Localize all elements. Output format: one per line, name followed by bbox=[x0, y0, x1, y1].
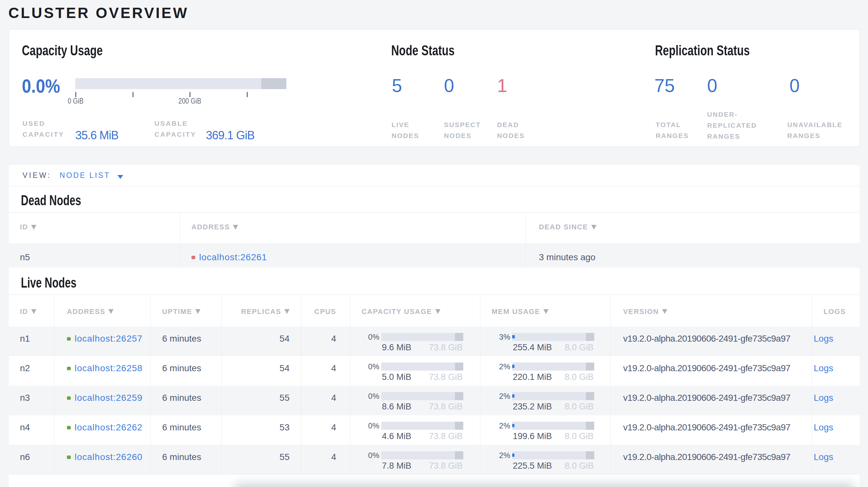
column-header-cpus[interactable]: CPUS bbox=[302, 295, 350, 326]
table-row: n1 localhost:26257 6 minutes 54 4 0% 9.6… bbox=[9, 326, 860, 356]
usage-bar-row: 2% bbox=[490, 451, 610, 459]
mem-used-value: 199.6 MiB bbox=[513, 431, 552, 441]
column-header-mem-usage[interactable]: MEM USAGE bbox=[480, 295, 611, 326]
bar-other-segment bbox=[586, 392, 594, 400]
total-ranges-label: TOTAL RANGES bbox=[656, 119, 694, 141]
usage-values-row: 8.6 MiB 73.8 GiB bbox=[381, 402, 463, 412]
mem-usage-cell: 2% 220.1 MiB 8.0 GiB bbox=[480, 356, 611, 386]
uptime-cell: 6 minutes bbox=[151, 326, 222, 356]
version-cell: v19.2.0-alpha.20190606-2491-gfe735c9a97 bbox=[611, 386, 812, 415]
address-wrapper: localhost:26262 bbox=[67, 422, 150, 433]
replicas-cell: 54 bbox=[222, 326, 302, 356]
logs-cell: Logs bbox=[812, 415, 860, 445]
capacity-usage-title: Capacity Usage bbox=[22, 43, 103, 58]
live-status-icon bbox=[67, 455, 71, 459]
bar-fill bbox=[512, 424, 515, 427]
node-id-cell: n1 bbox=[9, 326, 54, 356]
bar-other-segment bbox=[586, 451, 594, 459]
logs-cell: Logs bbox=[812, 386, 860, 415]
usage-values-row: 235.2 MiB 8.0 GiB bbox=[512, 402, 594, 412]
cpus-cell: 4 bbox=[302, 415, 350, 445]
node-address-cell: localhost:26257 bbox=[54, 326, 151, 356]
column-header-address[interactable]: ADDRESS bbox=[180, 213, 526, 243]
capacity-bar bbox=[381, 333, 463, 341]
logs-link[interactable]: Logs bbox=[814, 333, 833, 344]
bar-other-segment bbox=[455, 362, 463, 370]
bar-fill bbox=[512, 335, 515, 338]
replicas-cell: 55 bbox=[222, 386, 302, 415]
total-ranges-count: 75 bbox=[654, 76, 675, 95]
node-address-link[interactable]: localhost:26260 bbox=[75, 451, 143, 463]
axis-tick bbox=[132, 92, 133, 97]
mem-used-value: 255.4 MiB bbox=[513, 343, 552, 352]
logs-cell: Logs bbox=[812, 326, 860, 356]
column-header-dead-since[interactable]: DEAD SINCE bbox=[526, 213, 860, 243]
section-title-label: Dead Nodes bbox=[21, 193, 81, 207]
version-cell: v19.2.0-alpha.20190606-2491-gfe735c9a97 bbox=[611, 326, 812, 356]
mem-usage-cell: 3% 255.4 MiB 8.0 GiB bbox=[480, 326, 611, 356]
node-address-link[interactable]: localhost:26262 bbox=[75, 422, 143, 433]
column-header-id[interactable]: ID bbox=[9, 295, 54, 326]
cpus-cell: 4 bbox=[302, 445, 350, 474]
live-nodes-label: LIVE NODES bbox=[392, 119, 427, 141]
column-header-label: ID bbox=[20, 307, 28, 316]
usage-values-row: 199.6 MiB 8.0 GiB bbox=[512, 431, 594, 441]
sort-desc-icon bbox=[31, 225, 36, 230]
column-header-replicas[interactable]: REPLICAS bbox=[222, 295, 302, 326]
column-header-address[interactable]: ADDRESS bbox=[54, 295, 151, 326]
sort-desc-icon bbox=[108, 309, 114, 314]
column-header-capacity-usage[interactable]: CAPACITY USAGE bbox=[350, 295, 480, 326]
address-wrapper: localhost:26259 bbox=[67, 392, 150, 404]
column-header-id[interactable]: ID bbox=[9, 213, 180, 243]
table-row: n4 localhost:26262 6 minutes 53 4 0% 4.6… bbox=[9, 415, 860, 445]
column-header-label: REPLICAS bbox=[241, 307, 281, 316]
replication-status-title: Replication Status bbox=[655, 43, 750, 58]
node-address-link[interactable]: localhost:26261 bbox=[199, 252, 267, 263]
usage-values-row: 220.1 MiB 8.0 GiB bbox=[512, 372, 594, 382]
node-address-cell: localhost:26261 bbox=[180, 243, 526, 268]
capacity-bar bbox=[381, 392, 463, 400]
node-address-link[interactable]: localhost:26257 bbox=[75, 333, 143, 345]
mem-pct: 2% bbox=[490, 422, 510, 430]
bar-fill bbox=[512, 394, 515, 397]
table-row: n3 localhost:26259 6 minutes 55 4 0% 8.6… bbox=[9, 386, 860, 415]
capacity-total-value: 73.8 GiB bbox=[429, 461, 463, 470]
live-nodes-table: ID ADDRESS UPTIME REPLICAS CPUS CAPACITY… bbox=[9, 294, 860, 475]
sort-desc-icon bbox=[435, 309, 440, 314]
capacity-used-value: 9.6 MiB bbox=[382, 343, 411, 352]
dead-status-icon bbox=[191, 256, 195, 259]
view-selector[interactable]: NODE LIST bbox=[60, 171, 110, 180]
dead-nodes-table-header: ID ADDRESS DEAD SINCE bbox=[9, 213, 860, 243]
mem-total-value: 8.0 GiB bbox=[565, 372, 594, 382]
node-address-link[interactable]: localhost:26258 bbox=[75, 362, 143, 374]
view-label: VIEW: bbox=[23, 171, 51, 180]
dead-nodes-title: Dead Nodes bbox=[9, 186, 860, 212]
uptime-cell: 6 minutes bbox=[151, 415, 222, 445]
column-header-logs[interactable]: LOGS bbox=[812, 295, 860, 326]
logs-cell: Logs bbox=[812, 356, 860, 386]
column-header-uptime[interactable]: UPTIME bbox=[151, 295, 222, 326]
table-row: n2 localhost:26258 6 minutes 54 4 0% 5.0… bbox=[9, 356, 860, 386]
capacity-total-value: 73.8 GiB bbox=[429, 431, 463, 441]
live-status-icon bbox=[67, 396, 71, 400]
node-address-link[interactable]: localhost:26259 bbox=[75, 392, 143, 404]
usage-values-row: 225.5 MiB 8.0 GiB bbox=[512, 461, 594, 470]
logs-link[interactable]: Logs bbox=[814, 422, 833, 432]
capacity-used-value: 5.0 MiB bbox=[382, 372, 411, 382]
dropdown-caret-icon[interactable] bbox=[117, 175, 123, 179]
unavailable-label: UNAVAILABLE RANGES bbox=[787, 119, 858, 141]
version-cell: v19.2.0-alpha.20190606-2491-gfe735c9a97 bbox=[611, 445, 812, 474]
uptime-cell: 6 minutes bbox=[151, 445, 222, 474]
mem-usage-cell: 2% 225.5 MiB 8.0 GiB bbox=[480, 445, 611, 474]
logs-link[interactable]: Logs bbox=[814, 452, 833, 462]
column-header-version[interactable]: VERSION bbox=[611, 295, 812, 326]
page-title: CLUSTER OVERVIEW bbox=[8, 5, 189, 20]
column-header-label: VERSION bbox=[623, 307, 659, 316]
node-address-cell: localhost:26258 bbox=[54, 356, 151, 386]
version-cell: v19.2.0-alpha.20190606-2491-gfe735c9a97 bbox=[611, 356, 812, 386]
bar-fill bbox=[512, 454, 515, 457]
capacity-used-value: 4.6 MiB bbox=[382, 431, 411, 441]
dead-nodes-count: 1 bbox=[497, 76, 507, 95]
logs-link[interactable]: Logs bbox=[814, 393, 833, 403]
logs-link[interactable]: Logs bbox=[814, 363, 833, 373]
